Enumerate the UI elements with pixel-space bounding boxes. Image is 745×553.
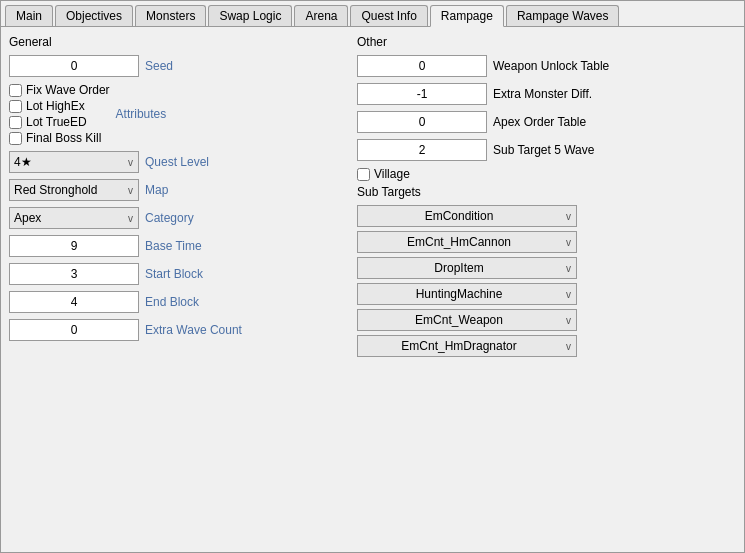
checkbox-group: Fix Wave Order Lot HighEx Lot TrueED Fin… — [9, 83, 110, 145]
sub-target-4-wrapper: EmCnt_Weapon — [357, 309, 577, 331]
end-block-row: End Block — [9, 291, 349, 313]
quest-level-label: Quest Level — [145, 155, 225, 169]
sub-target-2-dropdown[interactable]: DropItem — [357, 257, 577, 279]
base-time-input[interactable] — [9, 235, 139, 257]
extra-monster-diff-row: Extra Monster Diff. — [357, 83, 736, 105]
category-label: Category — [145, 211, 225, 225]
extra-monster-diff-input[interactable] — [357, 83, 487, 105]
quest-level-dropdown-wrapper: 4★ — [9, 151, 139, 173]
left-column: General Seed Fix Wave Order Lot HighEx — [9, 35, 349, 544]
seed-input[interactable] — [9, 55, 139, 77]
tab-bar: Main Objectives Monsters Swap Logic Aren… — [1, 1, 744, 27]
weapon-unlock-input[interactable] — [357, 55, 487, 77]
map-dropdown-wrapper: Red Stronghold — [9, 179, 139, 201]
category-dropdown[interactable]: Apex — [9, 207, 139, 229]
village-checkbox[interactable] — [357, 168, 370, 181]
main-window: Main Objectives Monsters Swap Logic Aren… — [0, 0, 745, 553]
final-boss-kill-row: Final Boss Kill — [9, 131, 110, 145]
base-time-label: Base Time — [145, 239, 225, 253]
map-dropdown[interactable]: Red Stronghold — [9, 179, 139, 201]
quest-level-row: 4★ Quest Level — [9, 151, 349, 173]
lot-highex-row: Lot HighEx — [9, 99, 110, 113]
attributes-label: Attributes — [116, 107, 167, 121]
end-block-input[interactable] — [9, 291, 139, 313]
village-label: Village — [374, 167, 410, 181]
tab-quest-info[interactable]: Quest Info — [350, 5, 427, 26]
fix-wave-order-label: Fix Wave Order — [26, 83, 110, 97]
final-boss-kill-checkbox[interactable] — [9, 132, 22, 145]
sub-target-5-wave-label: Sub Target 5 Wave — [493, 143, 594, 157]
category-dropdown-wrapper: Apex — [9, 207, 139, 229]
sub-target-0-dropdown[interactable]: EmCondition — [357, 205, 577, 227]
sub-target-4-dropdown[interactable]: EmCnt_Weapon — [357, 309, 577, 331]
sub-target-5-dropdown[interactable]: EmCnt_HmDragnator — [357, 335, 577, 357]
fix-wave-order-checkbox[interactable] — [9, 84, 22, 97]
start-block-row: Start Block — [9, 263, 349, 285]
extra-wave-count-input[interactable] — [9, 319, 139, 341]
sub-target-5-wave-row: Sub Target 5 Wave — [357, 139, 736, 161]
sub-target-3-wrapper: HuntingMachine — [357, 283, 577, 305]
map-label: Map — [145, 183, 225, 197]
lot-trueed-label: Lot TrueED — [26, 115, 87, 129]
sub-targets-title: Sub Targets — [357, 185, 736, 199]
general-section-title: General — [9, 35, 349, 49]
seed-label: Seed — [145, 59, 225, 73]
right-column: Other Weapon Unlock Table Extra Monster … — [357, 35, 736, 544]
sub-target-3-dropdown[interactable]: HuntingMachine — [357, 283, 577, 305]
lot-highex-checkbox[interactable] — [9, 100, 22, 113]
extra-wave-count-label: Extra Wave Count — [145, 323, 242, 337]
weapon-unlock-row: Weapon Unlock Table — [357, 55, 736, 77]
start-block-input[interactable] — [9, 263, 139, 285]
map-row: Red Stronghold Map — [9, 179, 349, 201]
sub-target-0-wrapper: EmCondition — [357, 205, 577, 227]
weapon-unlock-label: Weapon Unlock Table — [493, 59, 609, 73]
tab-objectives[interactable]: Objectives — [55, 5, 133, 26]
content-area: General Seed Fix Wave Order Lot HighEx — [1, 27, 744, 552]
fix-wave-order-row: Fix Wave Order — [9, 83, 110, 97]
category-row: Apex Category — [9, 207, 349, 229]
apex-order-input[interactable] — [357, 111, 487, 133]
lot-trueed-checkbox[interactable] — [9, 116, 22, 129]
extra-wave-count-row: Extra Wave Count — [9, 319, 349, 341]
tab-monsters[interactable]: Monsters — [135, 5, 206, 26]
tab-main[interactable]: Main — [5, 5, 53, 26]
end-block-label: End Block — [145, 295, 225, 309]
seed-row: Seed — [9, 55, 349, 77]
start-block-label: Start Block — [145, 267, 225, 281]
attributes-block: Fix Wave Order Lot HighEx Lot TrueED Fin… — [9, 83, 349, 145]
village-row: Village — [357, 167, 736, 181]
apex-order-label: Apex Order Table — [493, 115, 586, 129]
quest-level-dropdown[interactable]: 4★ — [9, 151, 139, 173]
sub-targets-section: Sub Targets EmCondition EmCnt_HmCannon D… — [357, 185, 736, 357]
lot-highex-label: Lot HighEx — [26, 99, 85, 113]
apex-order-row: Apex Order Table — [357, 111, 736, 133]
base-time-row: Base Time — [9, 235, 349, 257]
lot-trueed-row: Lot TrueED — [9, 115, 110, 129]
sub-target-2-wrapper: DropItem — [357, 257, 577, 279]
sub-target-1-wrapper: EmCnt_HmCannon — [357, 231, 577, 253]
sub-target-5-wrapper: EmCnt_HmDragnator — [357, 335, 577, 357]
final-boss-kill-label: Final Boss Kill — [26, 131, 101, 145]
tab-rampage[interactable]: Rampage — [430, 5, 504, 27]
sub-target-5-wave-input[interactable] — [357, 139, 487, 161]
tab-arena[interactable]: Arena — [294, 5, 348, 26]
other-section-title: Other — [357, 35, 736, 49]
tab-rampage-waves[interactable]: Rampage Waves — [506, 5, 620, 26]
extra-monster-diff-label: Extra Monster Diff. — [493, 87, 592, 101]
tab-swap-logic[interactable]: Swap Logic — [208, 5, 292, 26]
sub-target-1-dropdown[interactable]: EmCnt_HmCannon — [357, 231, 577, 253]
